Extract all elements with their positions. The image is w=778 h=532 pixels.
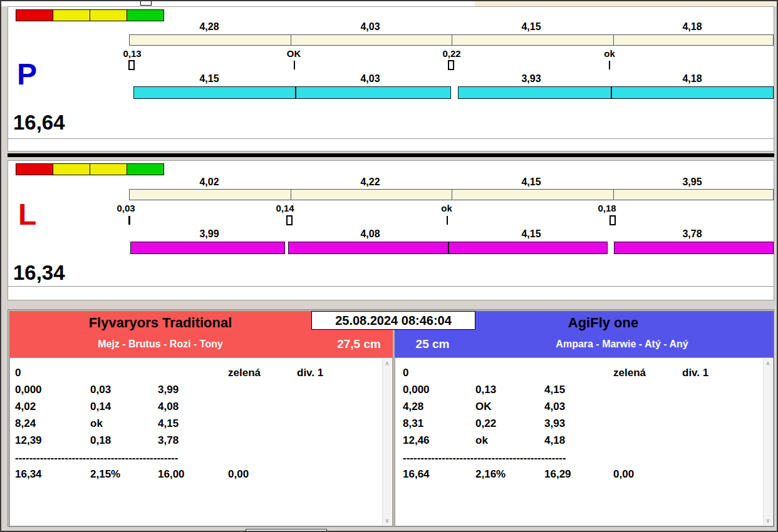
- bar-tick: [613, 35, 614, 45]
- result-cell: 8,31: [403, 417, 423, 430]
- result-cell: 3,78: [158, 434, 179, 447]
- result-cell: 16,64: [403, 468, 430, 481]
- result-cell: 2,15%: [90, 468, 120, 481]
- lane-p-lower-time-3: 3,93: [500, 73, 563, 84]
- pass-marker-box: [286, 215, 293, 225]
- left-team-name: Flyvaryors Traditional: [9, 315, 311, 331]
- lane-p-run-bar-1: [133, 86, 451, 99]
- left-results-scrollbar[interactable]: ∧ ∨: [382, 359, 392, 525]
- result-cell: 0,03: [90, 384, 111, 396]
- lane-p-upper-bar: [129, 34, 774, 46]
- lane-p-upper-time-3: 4,15: [500, 21, 563, 33]
- right-team-results: 0 zelená div. 1 0,000 0,13 4,15 4,28 OK …: [395, 357, 774, 526]
- scroll-down-icon[interactable]: ∨: [383, 517, 392, 524]
- lane-l-pass-label-4: 0,18: [582, 203, 632, 213]
- bar-tick: [291, 190, 291, 200]
- result-cell: 16,00: [158, 468, 185, 481]
- traffic-light: [16, 163, 164, 175]
- lane-p-lower-time-4: 4,18: [661, 73, 724, 84]
- traffic-light-yellow-cell-1: [53, 9, 90, 21]
- traffic-light-red-cell: [16, 9, 53, 21]
- lane-p-pass-label-4: ok: [584, 48, 635, 59]
- lane-l-lower-time-1: 3,99: [178, 228, 241, 240]
- traffic-light-red-cell: [16, 163, 53, 175]
- result-cell: 2,16%: [475, 468, 506, 481]
- lane-p-pass-label-2: OK: [269, 48, 319, 59]
- result-cell: 0: [403, 367, 408, 379]
- result-cell: 0,00: [228, 468, 249, 481]
- result-cell: div. 1: [297, 367, 323, 379]
- lane-p-total: 16,64: [13, 111, 65, 135]
- lane-l-upper-time-2: 4,22: [339, 176, 402, 188]
- left-team-jump-height: 27,5 cm: [321, 337, 397, 351]
- lane-l-upper-time-1: 4,02: [178, 176, 241, 188]
- lane-p-run-bar-2: [458, 86, 774, 99]
- result-cell: 4,15: [158, 417, 179, 430]
- scroll-up-icon[interactable]: ∧: [383, 360, 392, 367]
- result-cell: 12,46: [403, 434, 430, 447]
- scroll-up-icon[interactable]: ∧: [764, 360, 772, 367]
- result-cell: 0,000: [15, 384, 42, 396]
- result-cell: zelená: [613, 367, 646, 379]
- result-cell: 3,99: [158, 384, 179, 396]
- lane-p-panel: P 4,28 4,03 4,15 4,18 0,13 OK 0,22 ok 4,…: [8, 6, 774, 151]
- result-cell: zelená: [228, 367, 261, 379]
- panel-inset-line: [8, 286, 774, 287]
- pass-marker-line: [128, 216, 130, 225]
- bar-tick: [613, 190, 614, 200]
- result-cell: 0: [15, 367, 21, 379]
- lane-l-lower-time-4: 3,78: [661, 228, 724, 240]
- traffic-light: [16, 9, 164, 21]
- lane-l-lower-time-3: 4,15: [500, 228, 563, 240]
- lane-l-panel: L 4,02 4,22 4,15 3,95 0,03 0,14 ok 0,18 …: [8, 160, 774, 300]
- scroll-down-icon[interactable]: ∨: [764, 517, 772, 524]
- bottom-window-artifact: [246, 529, 327, 532]
- result-cell: 3,93: [544, 417, 565, 430]
- result-cell: 4,02: [15, 401, 36, 413]
- right-results-scrollbar[interactable]: ∧ ∨: [763, 359, 772, 525]
- result-cell: 4,28: [403, 401, 423, 413]
- left-team-results: 0 zelená div. 1 0,000 0,03 3,99 4,02 0,1…: [9, 357, 393, 526]
- result-separator: ----------------------------------------…: [403, 452, 566, 464]
- lane-p-upper-time-1: 4,28: [178, 21, 241, 33]
- lane-l-run-bar-1: [130, 242, 285, 254]
- run-bar-divider: [295, 86, 296, 99]
- pass-marker-line: [609, 61, 610, 69]
- traffic-light-green-cell: [127, 9, 164, 21]
- result-separator: ----------------------------------------…: [15, 452, 178, 464]
- pass-marker-line: [447, 216, 448, 225]
- result-cell: 0,18: [90, 434, 111, 447]
- run-bar-divider: [611, 86, 612, 99]
- result-cell: OK: [475, 401, 492, 413]
- result-cell: 0,22: [475, 417, 496, 430]
- result-cell: 0,13: [475, 384, 496, 396]
- pass-marker-line: [294, 61, 295, 69]
- results-section: Flyvaryors Traditional Mejz - Brutus - R…: [8, 309, 774, 527]
- result-cell: 0,000: [403, 384, 430, 396]
- pass-marker-box: [128, 60, 135, 70]
- top-strip-segment: [475, 1, 777, 6]
- top-window-artifact: [140, 1, 152, 6]
- top-window-strip: [1, 1, 777, 6]
- lane-l-pass-label-1: 0,03: [101, 203, 151, 213]
- lane-l-run-bar-3: [614, 242, 774, 254]
- traffic-light-green-cell: [127, 163, 164, 175]
- left-team-members: Mejz - Brutus - Rozi - Tony: [9, 339, 311, 350]
- right-team-name: AgiFly one: [447, 315, 760, 331]
- result-cell: 0,00: [613, 468, 634, 481]
- pass-marker-box: [448, 60, 454, 70]
- result-cell: ok: [475, 434, 488, 447]
- result-cell: 4,08: [158, 401, 179, 413]
- result-cell: div. 1: [682, 367, 708, 379]
- pass-marker-box: [609, 215, 616, 225]
- bar-tick: [452, 35, 452, 45]
- result-cell: 0,14: [90, 401, 111, 413]
- lane-l-total: 16,34: [13, 261, 65, 285]
- panel-inset-line: [8, 138, 774, 140]
- bar-tick: [291, 35, 291, 45]
- lane-p-lower-time-1: 4,15: [178, 73, 241, 84]
- result-cell: ok: [90, 417, 103, 430]
- result-cell: 4,18: [544, 434, 565, 447]
- lane-l-upper-time-4: 3,95: [661, 176, 724, 188]
- lane-l-lower-time-2: 4,08: [339, 228, 402, 240]
